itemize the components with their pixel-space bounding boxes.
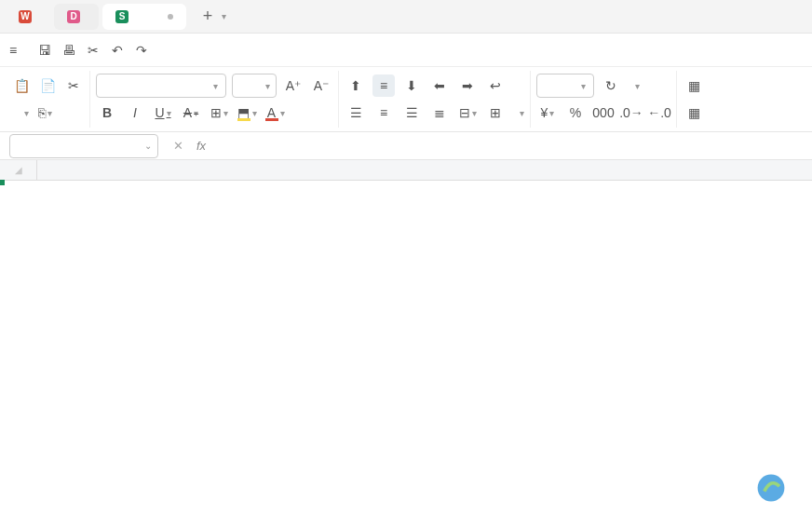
percent-icon[interactable]: %: [564, 101, 587, 124]
comma-icon[interactable]: 000: [592, 101, 615, 124]
undo-icon[interactable]: ↶: [106, 39, 129, 61]
template-icon: D: [67, 10, 80, 23]
font-name-select[interactable]: ▾: [96, 74, 226, 98]
tab-template[interactable]: D: [54, 4, 99, 30]
bold-button[interactable]: B: [96, 101, 118, 124]
border-button[interactable]: ⊞▾: [208, 101, 230, 124]
tab-menu-icon[interactable]: ▾: [222, 11, 226, 21]
font-color-button[interactable]: A▾: [264, 101, 286, 124]
indent-right-icon[interactable]: ➡: [456, 74, 479, 97]
name-box[interactable]: ⌄: [9, 134, 158, 158]
fx-icon[interactable]: fx: [196, 139, 206, 153]
print-icon[interactable]: 🖶: [58, 39, 80, 61]
merge-dropdown-icon[interactable]: ⊟▾: [456, 101, 479, 124]
align-top-icon[interactable]: ⬆: [345, 74, 367, 97]
underline-button[interactable]: U▾: [152, 101, 174, 124]
watermark: [754, 471, 793, 505]
tab-workbook[interactable]: S: [102, 4, 186, 30]
justify-icon[interactable]: ≣: [428, 101, 451, 124]
save-icon[interactable]: 🖫: [34, 39, 56, 61]
styles-icon[interactable]: ▦: [683, 74, 705, 97]
cancel-formula-icon[interactable]: ✕: [173, 139, 183, 153]
sheet-icon: S: [115, 10, 129, 23]
rotate-icon[interactable]: ↻: [600, 74, 622, 97]
selection-outline: [0, 181, 4, 184]
strike-button[interactable]: A▾: [180, 101, 202, 124]
svg-point-0: [758, 475, 785, 502]
indent-left-icon[interactable]: ⬅: [428, 74, 451, 97]
menu-tabs: [173, 44, 374, 57]
app-title: W: [6, 4, 50, 30]
watermark-logo-icon: [754, 471, 788, 505]
select-all-corner[interactable]: ◢: [0, 160, 37, 180]
align-right-icon[interactable]: ☰: [400, 101, 423, 124]
modified-dot-icon: [168, 14, 173, 20]
number-format-select[interactable]: ▾: [536, 74, 594, 98]
font-size-select[interactable]: ▾: [232, 74, 277, 98]
decimal-inc-icon[interactable]: .0→: [620, 101, 643, 124]
increase-font-icon[interactable]: A⁺: [282, 74, 304, 97]
wps-logo-icon: W: [19, 10, 32, 23]
copy-icon[interactable]: ⎘▾: [34, 102, 55, 123]
name-box-dropdown-icon[interactable]: ⌄: [144, 141, 152, 151]
merge-icon[interactable]: ⊞: [484, 101, 507, 124]
wrap-icon[interactable]: ↩: [484, 74, 507, 97]
cut-icon[interactable]: ✂: [63, 75, 84, 96]
paste-icon[interactable]: 📄: [37, 75, 58, 96]
preview-icon[interactable]: ✂: [82, 39, 104, 61]
align-middle-icon[interactable]: ≡: [372, 74, 395, 97]
formula-bar[interactable]: [213, 134, 812, 158]
new-tab-button[interactable]: +: [196, 5, 220, 29]
currency-icon[interactable]: ¥▾: [536, 101, 559, 124]
align-bottom-icon[interactable]: ⬇: [400, 74, 423, 97]
redo-icon[interactable]: ↷: [130, 39, 153, 61]
styles2-icon[interactable]: ▦: [683, 101, 705, 124]
decimal-dec-icon[interactable]: ←.0: [648, 101, 670, 124]
align-left-icon[interactable]: ☰: [345, 101, 367, 124]
decrease-font-icon[interactable]: A⁻: [310, 74, 332, 97]
fill-color-button[interactable]: ⬒▾: [236, 101, 258, 124]
italic-button[interactable]: I: [124, 101, 146, 124]
align-center-icon[interactable]: ≡: [372, 101, 395, 124]
hamburger-icon[interactable]: ≡: [9, 43, 17, 58]
format-painter-icon[interactable]: 📋: [11, 75, 32, 96]
